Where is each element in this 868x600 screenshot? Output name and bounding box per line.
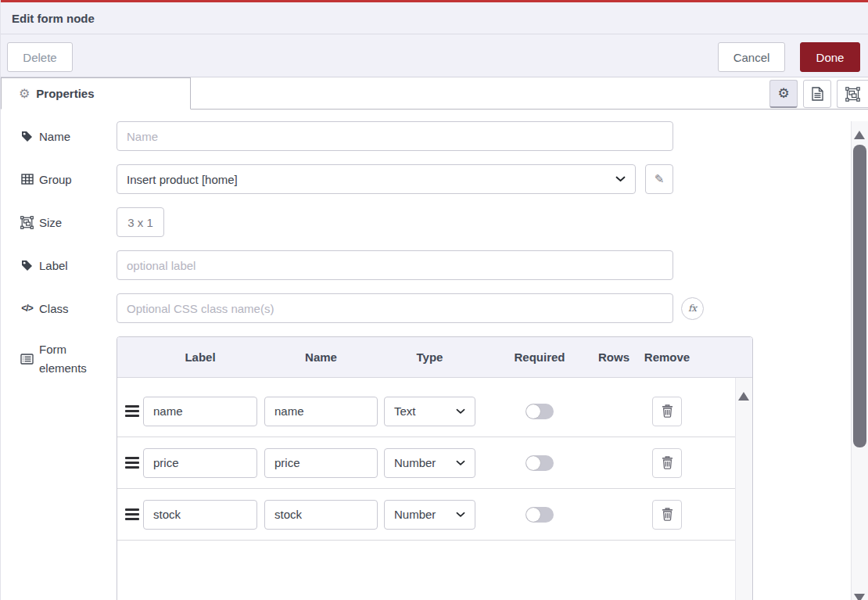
- pencil-icon: ✎: [655, 172, 665, 186]
- tab-bar: ⚙ Properties ⚙: [1, 77, 868, 110]
- toggle-knob: [526, 404, 540, 419]
- remove-element-button[interactable]: [652, 448, 682, 478]
- chevron-down-icon: [456, 460, 465, 466]
- scroll-up-arrow-icon[interactable]: [738, 392, 749, 401]
- drag-handle-icon[interactable]: [125, 405, 139, 417]
- required-toggle[interactable]: [525, 507, 554, 523]
- chevron-down-icon: [615, 176, 626, 182]
- class-field-label: </> Class: [1, 302, 117, 315]
- form-elements-table-header: Label Name Type Required Rows Remove: [117, 337, 752, 378]
- form-elements-table-body: Text: [117, 378, 735, 600]
- drag-handle-icon[interactable]: [125, 508, 139, 520]
- element-name-input[interactable]: [264, 448, 378, 478]
- group-select[interactable]: Insert product [home]: [117, 164, 636, 194]
- gear-icon: ⚙: [19, 88, 30, 100]
- form-elements-table: Label Name Type Required Rows Remove Tex…: [117, 336, 753, 600]
- object-group-icon: [845, 87, 860, 102]
- element-type-select[interactable]: Text: [384, 397, 475, 426]
- table-icon: [20, 174, 34, 185]
- chevron-down-icon: [456, 408, 465, 415]
- fx-icon: fx: [688, 303, 697, 314]
- tag-icon: [20, 131, 34, 142]
- scroll-up-arrow-icon[interactable]: [854, 131, 865, 139]
- properties-panel: Name Group Insert product [h: [1, 121, 868, 600]
- group-field-label: Group: [1, 173, 117, 186]
- scrollbar-thumb[interactable]: [853, 145, 866, 447]
- group-field-row: Group Insert product [home] ✎: [1, 164, 868, 194]
- class-field-row: </> Class fx: [1, 293, 868, 323]
- element-type-select[interactable]: Number: [384, 500, 475, 530]
- chevron-down-icon: [456, 512, 465, 518]
- drag-handle-icon[interactable]: [125, 457, 139, 469]
- column-header-type: Type: [384, 350, 475, 364]
- column-header-rows: Rows: [594, 350, 633, 364]
- dialog-title-bar: Edit form node: [1, 2, 868, 34]
- column-header-remove: Remove: [636, 350, 698, 364]
- form-elements-label: Form elements: [1, 336, 117, 378]
- done-button[interactable]: Done: [800, 42, 860, 72]
- trash-icon: [662, 508, 673, 521]
- element-label-input[interactable]: [143, 500, 257, 530]
- name-field-label: Name: [1, 130, 117, 143]
- remove-element-button[interactable]: [652, 397, 682, 426]
- element-type-select[interactable]: Number: [384, 448, 475, 478]
- code-icon: </>: [20, 303, 34, 314]
- group-select-value: Insert product [home]: [127, 173, 238, 186]
- element-label-input[interactable]: [143, 397, 257, 426]
- required-toggle[interactable]: [525, 404, 554, 419]
- tag-icon: [20, 260, 34, 271]
- description-toolbar-button[interactable]: [803, 80, 831, 108]
- size-field-label: Size: [1, 216, 117, 229]
- tab-properties[interactable]: ⚙ Properties: [1, 77, 191, 110]
- class-input[interactable]: [117, 293, 673, 323]
- tab-toolbar: ⚙: [769, 80, 868, 109]
- name-input[interactable]: [117, 121, 673, 151]
- edit-form-node-dialog: Edit form node Delete Cancel Done ⚙ Prop…: [0, 0, 868, 600]
- size-field-row: Size 3 x 1: [1, 207, 868, 237]
- object-group-icon: [20, 216, 34, 229]
- label-field-label: Label: [1, 259, 117, 272]
- element-name-input[interactable]: [264, 397, 378, 426]
- page-scrollbar[interactable]: [851, 121, 868, 600]
- trash-icon: [662, 456, 673, 469]
- appearance-toolbar-button[interactable]: [837, 80, 868, 108]
- element-label-input[interactable]: [143, 448, 257, 478]
- name-field-row: Name: [1, 121, 868, 151]
- tab-properties-label: Properties: [36, 87, 94, 100]
- gear-icon: ⚙: [777, 87, 789, 100]
- toggle-knob: [526, 456, 540, 470]
- column-header-name: Name: [264, 350, 378, 364]
- element-name-input[interactable]: [264, 500, 378, 530]
- toggle-knob: [526, 508, 540, 522]
- trash-icon: [662, 404, 673, 418]
- form-element-row-3: Number: [117, 489, 735, 541]
- label-field-row: Label: [1, 250, 868, 280]
- dialog-title: Edit form node: [12, 12, 95, 25]
- scroll-down-arrow-icon[interactable]: [854, 594, 865, 600]
- delete-button[interactable]: Delete: [7, 42, 73, 72]
- properties-toolbar-button[interactable]: ⚙: [769, 80, 798, 108]
- document-icon: [812, 87, 823, 101]
- size-button[interactable]: 3 x 1: [117, 207, 164, 237]
- edit-group-button[interactable]: ✎: [645, 164, 673, 194]
- dialog-button-bar: Delete Cancel Done: [1, 34, 868, 77]
- cancel-button[interactable]: Cancel: [718, 42, 785, 72]
- required-toggle[interactable]: [525, 455, 554, 471]
- column-header-label: Label: [143, 350, 257, 364]
- column-header-required: Required: [497, 350, 583, 364]
- form-elements-row: Form elements Label Name Type Required R…: [1, 336, 868, 600]
- list-icon: [20, 354, 34, 365]
- table-scrollbar[interactable]: [735, 378, 752, 600]
- form-element-row-1: Text: [117, 378, 735, 437]
- form-element-row-2: Number: [117, 437, 735, 489]
- remove-element-button[interactable]: [652, 500, 682, 530]
- expression-button[interactable]: fx: [681, 297, 704, 320]
- label-input[interactable]: [117, 250, 673, 280]
